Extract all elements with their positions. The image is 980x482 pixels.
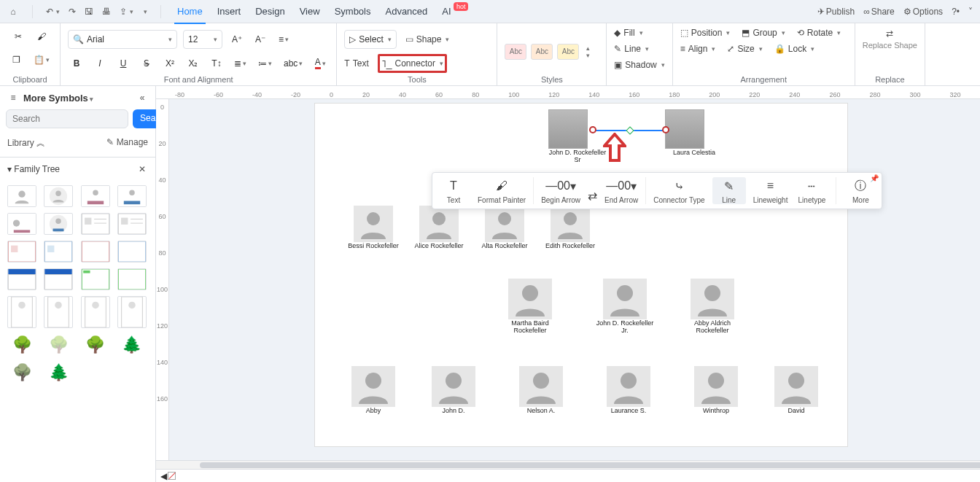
connector-midpoint[interactable]	[626, 126, 634, 134]
font-color-button[interactable]: A▾	[311, 55, 329, 72]
node-abby-aldrich[interactable]: Abby Aldrich Rockefeller	[680, 279, 745, 334]
line-button[interactable]: ✎ Line▾	[614, 44, 649, 54]
styles-down-icon[interactable]: ▾	[586, 52, 590, 59]
node-winthrop[interactable]: Winthrop	[687, 366, 745, 414]
collapse-panel-icon[interactable]: «	[136, 92, 148, 104]
page[interactable]: John D. Rockefeller Sr Laura Celestia	[315, 104, 847, 446]
symbol-thumb[interactable]	[117, 296, 147, 328]
symbol-thumb[interactable]	[117, 268, 147, 290]
pin-icon[interactable]: 📌	[870, 174, 879, 182]
tab-ai[interactable]: AI	[439, 3, 454, 20]
node-alice[interactable]: Alice Rockefeller	[410, 206, 468, 249]
ft-begin-arrow[interactable]: — 00 ▾Begin Arrow	[541, 177, 580, 204]
increase-font-icon[interactable]: A⁺	[228, 31, 246, 48]
style-swatch-3[interactable]: Abc	[557, 44, 579, 60]
library-button[interactable]: Library ︽	[7, 137, 45, 149]
redo-button[interactable]: ↷	[69, 7, 76, 17]
tab-design[interactable]: Design	[252, 3, 287, 20]
tab-advanced[interactable]: Advanced	[382, 3, 430, 20]
shape-tool[interactable]: ▭ Shape▾	[405, 34, 450, 44]
print-icon[interactable]: 🖶	[102, 7, 111, 17]
size-button[interactable]: ⤢ Size▾	[727, 44, 762, 54]
tab-home[interactable]: Home	[174, 3, 206, 20]
symbol-thumb[interactable]	[44, 296, 73, 328]
style-swatch-1[interactable]: Abc	[505, 44, 526, 60]
font-size-select[interactable]: 12▾	[183, 30, 222, 49]
bullets-icon[interactable]: ≔▾	[255, 55, 275, 72]
more-quick-icon[interactable]: ▾	[142, 8, 147, 15]
tree-icon[interactable]: 🌳	[81, 334, 110, 356]
superscript-button[interactable]: X²	[161, 55, 179, 72]
node-john-d[interactable]: John D.	[424, 366, 483, 414]
copy-icon[interactable]: ❐	[7, 51, 25, 69]
tree-icon[interactable]: 🌲	[117, 334, 147, 356]
scrollbar-horizontal[interactable]	[156, 460, 980, 469]
style-swatch-2[interactable]: Abc	[531, 44, 553, 60]
home-icon[interactable]: ⌂	[7, 6, 19, 18]
ft-end-arrow[interactable]: — 00 ▾End Arrow	[604, 177, 638, 204]
node-john-sr[interactable]: John D. Rockefeller Sr	[548, 109, 607, 163]
italic-button[interactable]: I	[91, 55, 109, 72]
publish-button[interactable]: ✈ Publish	[817, 7, 855, 17]
export-icon[interactable]: ⇪▾	[120, 7, 133, 17]
symbol-thumb[interactable]	[44, 185, 73, 207]
share-button[interactable]: ∞ Share	[863, 7, 895, 17]
tree-icon[interactable]: 🌳	[44, 334, 73, 356]
search-input[interactable]	[6, 109, 128, 128]
replace-shape-icon[interactable]: ⇄	[884, 28, 895, 39]
select-tool[interactable]: ▷ Select▾	[344, 30, 396, 49]
options-button[interactable]: ⚙ Options	[903, 7, 943, 17]
ft-connector-type[interactable]: ⤷Connector Type	[653, 177, 704, 204]
symbol-thumb[interactable]	[81, 268, 110, 290]
ft-linetype[interactable]: ┄Linetype	[795, 177, 828, 204]
group-button[interactable]: ⬒ Group▾	[742, 28, 785, 38]
ft-line[interactable]: ✎Line	[712, 177, 746, 204]
style-swatches[interactable]: Abc Abc Abc	[505, 44, 579, 60]
line-spacing-icon[interactable]: ≣▾	[231, 55, 249, 72]
ft-lineweight[interactable]: ≡Lineweight	[753, 177, 788, 204]
node-laurance[interactable]: Laurance S.	[599, 366, 658, 414]
cut-icon[interactable]: ✂	[9, 28, 27, 45]
node-laura[interactable]: Laura Celestia	[665, 109, 723, 156]
shadow-button[interactable]: ▣ Shadow▾	[614, 60, 664, 70]
case-button[interactable]: abc▾	[281, 55, 306, 72]
strike-button[interactable]: S̶	[138, 55, 155, 72]
lock-button[interactable]: 🔒 Lock▾	[774, 44, 814, 54]
node-abby[interactable]: Abby	[344, 366, 402, 414]
node-alta[interactable]: Alta Rockefeller	[475, 206, 534, 249]
ft-text[interactable]: TText	[437, 177, 470, 204]
tab-insert[interactable]: Insert	[214, 3, 244, 20]
node-john-jr[interactable]: John D. Rockefeller Jr.	[592, 279, 658, 334]
fill-button[interactable]: ◆ Fill▾	[614, 28, 642, 38]
position-button[interactable]: ⬚ Position▾	[680, 28, 731, 38]
symbol-thumb[interactable]	[7, 241, 36, 263]
symbol-thumb[interactable]	[117, 185, 147, 207]
rotate-button[interactable]: ⟲ Rotate▾	[797, 28, 841, 38]
connector-endpoint-right[interactable]	[662, 126, 669, 133]
node-edith[interactable]: Edith Rockefeller	[541, 206, 599, 249]
swap-arrows-icon[interactable]: ⇄	[588, 177, 597, 204]
symbol-thumb[interactable]	[81, 296, 110, 328]
decrease-font-icon[interactable]: A⁻	[252, 31, 269, 48]
undo-button[interactable]: ↶▾	[46, 7, 60, 17]
symbol-thumb[interactable]	[7, 268, 36, 290]
bold-button[interactable]: B	[68, 55, 85, 72]
manage-button[interactable]: ✎ Manage	[106, 137, 148, 149]
symbol-thumb[interactable]	[44, 268, 73, 290]
symbol-thumb[interactable]	[44, 213, 73, 235]
tab-symbols[interactable]: Symbols	[332, 3, 374, 20]
save-icon[interactable]: 🖫	[85, 7, 93, 17]
stage[interactable]: ⚡ John D. Rockefeller Sr Laura Celestia	[169, 99, 980, 460]
floating-toolbar[interactable]: TText 🖌Format Painter — 00 ▾Begin Arrow …	[432, 172, 882, 209]
no-color-swatch[interactable]	[168, 472, 176, 480]
section-family-tree[interactable]: ▾ Family Tree	[7, 164, 60, 174]
tree-icon[interactable]: 🌳	[7, 362, 36, 384]
tree-icon[interactable]: 🌳	[7, 334, 36, 356]
symbol-thumb[interactable]	[81, 241, 110, 263]
align-button[interactable]: ≡▾	[275, 31, 292, 48]
connector-endpoint-left[interactable]	[589, 126, 596, 133]
collapse-icon[interactable]: ˅	[968, 7, 973, 17]
ft-format-painter[interactable]: 🖌Format Painter	[478, 177, 526, 204]
symbol-thumb[interactable]	[117, 241, 147, 263]
align-arr-button[interactable]: ≡ Align▾	[680, 44, 716, 54]
